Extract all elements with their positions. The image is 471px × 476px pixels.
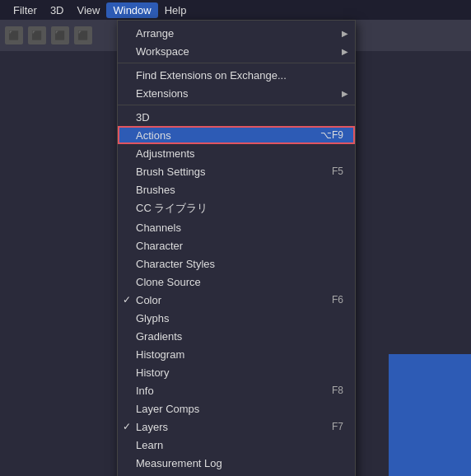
menu-view[interactable]: View [71,2,107,18]
menu-item-character[interactable]: Character [118,236,355,254]
menu-item-actions[interactable]: Actions ⌥F9 [118,126,355,144]
menu-item-layer-comps[interactable]: Layer Comps [118,399,355,418]
toolbar-icon-2[interactable]: ⬛ [28,26,46,44]
menu-filter[interactable]: Filter [7,2,44,18]
menu-item-learn[interactable]: Learn [118,436,355,454]
menu-item-glyphs[interactable]: Glyphs [118,309,355,327]
menu-item-layers[interactable]: Layers F7 [118,418,355,436]
menu-item-info[interactable]: Info F8 [118,381,355,399]
window-dropdown-menu: Arrange Workspace Find Extensions on Exc… [117,20,356,476]
menu-item-adjustments[interactable]: Adjustments [118,144,355,162]
divider-2 [118,105,355,105]
menu-item-history[interactable]: History [118,363,355,381]
menu-item-measurement-log[interactable]: Measurement Log [118,454,355,472]
menu-3d[interactable]: 3D [44,2,71,18]
toolbar-icon-4[interactable]: ⬛ [74,26,92,44]
menu-window[interactable]: Window [106,2,157,18]
toolbar-icon-1[interactable]: ⬛ [5,26,23,44]
menu-item-workspace[interactable]: Workspace [118,42,355,60]
menu-item-brushes[interactable]: Brushes [118,180,355,198]
menu-item-brush-settings[interactable]: Brush Settings F5 [118,162,355,180]
menu-item-clone-source[interactable]: Clone Source [118,273,355,291]
menu-item-extensions[interactable]: Extensions [118,84,355,102]
toolbar-icon-3[interactable]: ⬛ [51,26,69,44]
menu-item-channels[interactable]: Channels [118,218,355,236]
menu-item-arrange[interactable]: Arrange [118,24,355,42]
menu-item-find-extensions[interactable]: Find Extensions on Exchange... [118,66,355,84]
menu-help[interactable]: Help [158,2,194,18]
menu-item-navigator[interactable]: Navigator [118,472,355,476]
menu-item-gradients[interactable]: Gradients [118,327,355,345]
menu-item-character-styles[interactable]: Character Styles [118,254,355,273]
menu-item-3d[interactable]: 3D [118,108,355,126]
menu-bar: Filter 3D View Window Help [0,0,471,20]
right-panel [389,354,471,476]
menu-item-histogram[interactable]: Histogram [118,345,355,363]
divider-1 [118,63,355,63]
menu-item-cc-library[interactable]: CC ライブラリ [118,198,355,218]
menu-item-color[interactable]: Color F6 [118,291,355,309]
